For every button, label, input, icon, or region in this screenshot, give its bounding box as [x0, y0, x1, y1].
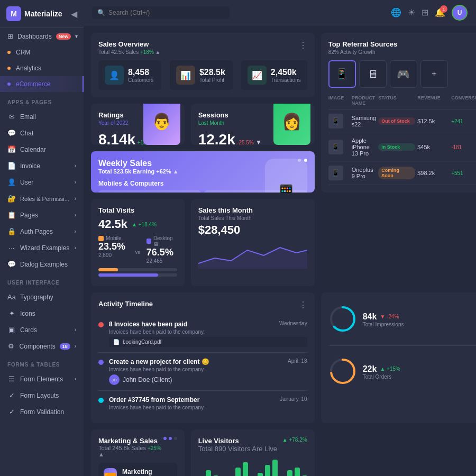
sidebar-item-chat[interactable]: 💬 Chat	[0, 125, 84, 141]
tl-header-0: 8 Invoices have been paid Wednesday	[109, 321, 307, 328]
badge-new: New	[56, 33, 71, 40]
user-avatar[interactable]: U	[452, 5, 468, 21]
product-img-2: 📱	[328, 166, 343, 180]
sidebar-item-analytics[interactable]: Analytics	[0, 60, 84, 76]
sales-month-subtitle: Total Sales This Month	[198, 215, 307, 221]
sidebar-label-auth: Auth Pages	[20, 228, 53, 235]
product-status-0: Out of Stock	[378, 117, 415, 125]
grid-icon[interactable]: ⊞	[422, 7, 428, 17]
sidebar-label-form-elements: Form Elements	[20, 376, 63, 383]
topbar-actions: 🌐 ☀ ⊞ 🔔 1 U	[391, 5, 468, 21]
product-conv-0: +241	[451, 118, 476, 124]
collapse-button[interactable]: ◀	[71, 9, 77, 19]
activity-timeline-header: Activity Timeline ⋮	[98, 300, 307, 310]
timeline-more-icon[interactable]: ⋮	[299, 300, 307, 310]
section-label-ui: USER INTERFACE	[0, 272, 84, 289]
form-layouts-icon: ✓	[7, 391, 16, 399]
orders-value: 22k	[363, 364, 377, 374]
profit-label: Total Profit	[199, 77, 225, 83]
sidebar-label-cards: Cards	[20, 326, 37, 334]
ref-img-1[interactable]: 🖥	[359, 60, 387, 88]
logo-icon: M	[6, 6, 21, 21]
desktop-progress-fill	[98, 273, 158, 277]
sidebar-label-user: User	[20, 179, 33, 186]
sidebar-label-roles: Roles & Permissi...	[20, 196, 69, 202]
live-visitor-bar	[295, 468, 300, 476]
sidebar-item-ecommerce[interactable]: eCommerce	[0, 76, 84, 92]
vs-label: vs	[135, 244, 140, 255]
tl-title-0: 8 Invoices have been paid	[109, 321, 187, 328]
sidebar-item-user[interactable]: 👤 User ›	[0, 174, 84, 190]
search-bar[interactable]: 🔍	[92, 6, 230, 19]
dialog-icon: 💬	[7, 260, 16, 268]
sidebar-item-calendar[interactable]: 📅 Calendar	[0, 141, 84, 158]
sidebar-item-typography[interactable]: Aa Typography	[0, 289, 84, 305]
live-visitors-card: Live Visitors Total 890 Visitors Are Liv…	[191, 429, 315, 476]
sidebar-item-wizard[interactable]: ··· Wizard Examples ›	[0, 240, 84, 256]
sessions-trend: -25.5%	[237, 140, 254, 145]
components-icon: ⚙	[7, 342, 15, 350]
theme-icon[interactable]: ☀	[408, 7, 415, 17]
ws-mobiles: 24 Mobiles	[98, 190, 201, 193]
sidebar-item-roles[interactable]: 🔐 Roles & Permissi... ›	[0, 190, 84, 207]
stat-profit: 📊 $28.5k Total Profit	[170, 60, 233, 90]
chevron-right-icon3: ›	[75, 196, 76, 202]
sales-overview-title: Sales Overview	[98, 40, 161, 48]
sales-month-card: Sales this Month Total Sales This Month …	[191, 199, 315, 286]
orders-section: 22k ▲ +15% Total Orders	[328, 352, 476, 391]
sidebar-item-form-elements[interactable]: ☰ Form Elements ›	[0, 371, 84, 387]
ref-row-1: 📱 Apple iPhone 13 Pro In Stock $45k -181	[328, 133, 476, 161]
stat-customers: 👤 8,458 Customers	[98, 60, 161, 90]
sidebar-item-crm[interactable]: CRM	[0, 44, 84, 60]
topbar: 🔍 🌐 ☀ ⊞ 🔔 1 U	[84, 0, 476, 25]
weekly-sales-card: Weekly Sales Total $23.5k Earning +62% ▲…	[91, 151, 315, 193]
sidebar-item-icons[interactable]: ✦ Icons	[0, 305, 84, 322]
sidebar-item-cards[interactable]: ▣ Cards ›	[0, 322, 84, 338]
dot-indicator-analytics	[7, 67, 11, 70]
visits-comparison: Mobile 23.5% 2,890 vs Desktop 🖥 76.5% 22…	[98, 235, 177, 264]
live-visitor-bar	[235, 468, 241, 476]
tl-mini-avatar: JD	[109, 374, 120, 385]
sidebar-item-dialog[interactable]: 💬 Dialog Examples	[0, 256, 84, 272]
sidebar-item-form-validation[interactable]: ✓ Form Validation	[0, 404, 84, 420]
wizard-icon: ···	[7, 244, 16, 252]
top-referral-header: Top Referral Sources 82% Activity Growth…	[328, 40, 476, 55]
tl-desc-2: Invoices have been paid to the company.	[109, 405, 307, 410]
product-revenue-0: $12.5k	[417, 118, 449, 124]
ref-img-2[interactable]: 🎮	[390, 60, 417, 88]
marketing-sales-subtitle: Total 245.8k Sales +25% ▲	[98, 445, 163, 457]
ref-img-0[interactable]: 📱	[328, 60, 356, 88]
mobile-pct: 23.5%	[98, 241, 129, 252]
search-input[interactable]	[108, 9, 224, 16]
more-icon[interactable]: ⋮	[299, 40, 307, 50]
sidebar-item-invoice[interactable]: 📄 Invoice ›	[0, 158, 84, 174]
sidebar-item-pages[interactable]: 📋 Pages ›	[0, 207, 84, 223]
sidebar-item-auth[interactable]: 🔒 Auth Pages ›	[0, 223, 84, 240]
sidebar-item-dashboards[interactable]: ⊞ Dashboards New ▾	[0, 28, 84, 44]
sidebar-label-email: Email	[20, 113, 36, 121]
product-conv-2: +551	[451, 170, 476, 176]
pages-icon: 📋	[7, 211, 16, 219]
live-visitor-bar	[243, 462, 248, 476]
user-icon: 👤	[7, 178, 16, 186]
auth-icon: 🔒	[7, 227, 16, 235]
chat-icon: 💬	[7, 129, 16, 137]
mobile-progress-fill	[98, 268, 118, 271]
live-visitors-chart	[198, 462, 307, 476]
sidebar-item-email[interactable]: ✉ Email	[0, 108, 84, 125]
customers-value: 8,458	[128, 68, 153, 77]
notification-icon[interactable]: 🔔 1	[435, 7, 445, 17]
sidebar-item-form-layouts[interactable]: ✓ Form Layouts	[0, 387, 84, 404]
tl-date-2: January, 10	[280, 396, 307, 402]
ref-img-add[interactable]: +	[420, 60, 448, 88]
timeline-dot-blue	[98, 360, 104, 365]
th-revenue: REVENUE	[417, 95, 449, 106]
translate-icon[interactable]: 🌐	[391, 7, 401, 17]
sidebar-item-components[interactable]: ⚙ Components 18 ›	[0, 338, 84, 354]
cards-icon: ▣	[7, 326, 16, 334]
sales-stats: 👤 8,458 Customers 📊 $28.5k Total Profit …	[98, 60, 307, 90]
timeline-dot-teal	[98, 398, 104, 403]
tl-title-2: Order #37745 from September	[109, 396, 199, 404]
top-referral-subtitle: 82% Activity Growth	[328, 49, 398, 55]
live-visitors-title: Live Visitors	[198, 437, 277, 445]
